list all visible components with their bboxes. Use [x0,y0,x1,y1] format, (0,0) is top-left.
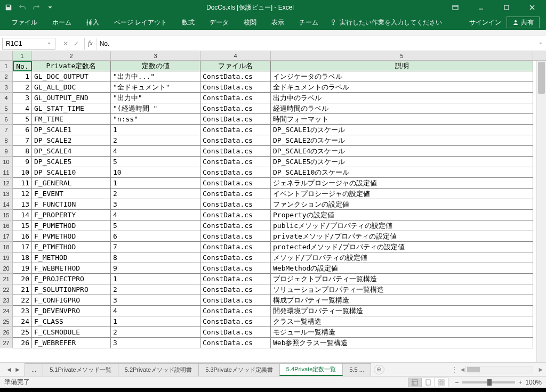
cell[interactable]: ソリューションプロパティ一覧構造 [271,284,533,295]
row-header[interactable]: 10 [0,157,13,167]
cell[interactable]: WebMethodの設定値 [271,263,533,274]
cell[interactable]: 10 [111,167,200,178]
cell[interactable]: publicメソッド/プロパティの設定値 [271,220,533,231]
cell[interactable]: ConstData.cs [200,189,271,199]
cell[interactable]: ConstData.cs [200,242,271,252]
cell[interactable]: クラス一覧構造 [271,316,533,327]
cell[interactable]: 1 [111,274,200,284]
cell[interactable]: 1 [111,316,200,327]
cell[interactable]: 5 [111,220,200,231]
cell[interactable]: ConstData.cs [200,199,271,210]
enter-icon[interactable]: ✓ [71,40,81,47]
cell[interactable]: 4 [111,210,200,220]
cell[interactable]: 3 [111,199,200,210]
cell[interactable]: 25 [13,327,32,338]
cell[interactable]: ConstData.cs [200,316,271,327]
cell[interactable]: 10 [13,167,32,178]
cell[interactable]: 6 [111,231,200,242]
cell[interactable]: 3 [111,295,200,306]
undo-icon[interactable] [16,1,29,14]
cell[interactable]: 13 [13,199,32,210]
row-header[interactable]: 14 [0,199,13,210]
cell[interactable]: protectedメソッド/プロパティの設定値 [271,242,533,252]
cell[interactable]: 8 [13,146,32,157]
cell[interactable]: 3 [13,93,32,103]
cell[interactable]: 1 [111,125,200,135]
cell[interactable]: "出力中..." [111,71,200,82]
row-header[interactable]: 13 [0,189,13,199]
tell-me-search[interactable]: 実行したい作業を入力してください [330,18,442,27]
zoom-out-button[interactable]: − [455,379,459,386]
cell[interactable]: DP_SCALE5 [32,157,111,167]
select-all-corner[interactable] [0,51,13,60]
cell[interactable]: GL_ALL_DOC [32,82,111,93]
row-header[interactable]: 18 [0,242,13,252]
cell[interactable]: ConstData.cs [200,327,271,338]
cell[interactable]: 16 [13,231,32,242]
scrollbar-thumb[interactable] [538,62,545,94]
cell[interactable]: F_WEBREFER [32,338,111,348]
cell[interactable]: DP_SCALE1 [32,125,111,135]
sheet-prev-icon[interactable]: ◄ [5,366,13,373]
cell[interactable]: ConstData.cs [200,338,271,348]
cell[interactable]: GL_DOC_OUTPUT [32,71,111,82]
formula-input[interactable]: No. [96,38,535,50]
minimize-icon[interactable] [469,0,493,15]
cell[interactable]: ConstData.cs [200,82,271,93]
cell[interactable]: 12 [13,189,32,199]
cell[interactable]: F_PVMETHOD [32,231,111,242]
cell[interactable]: 19 [13,263,32,274]
cell[interactable]: "n:ss" [111,114,200,125]
cell[interactable]: ConstData.cs [200,93,271,103]
row-header[interactable]: 5 [0,103,13,114]
cell[interactable]: DP_SCALE5のスケール [271,157,533,167]
cell[interactable]: ファンクションの設定値 [271,199,533,210]
row-header[interactable]: 15 [0,210,13,220]
column-header[interactable]: 5 [271,51,533,60]
ribbon-tab[interactable]: ページ レイアウト [107,15,174,30]
sheet-tab[interactable]: 5.1Privateメソッド一覧 [43,363,118,376]
row-header[interactable]: 8 [0,135,13,146]
row-header[interactable]: 4 [0,93,13,103]
sheet-tab[interactable]: 5.4Private定数一覧 [279,363,343,376]
close-icon[interactable] [520,0,544,15]
hscroll-right-icon[interactable]: ► [537,366,544,373]
cell[interactable]: ConstData.cs [200,220,271,231]
cell[interactable]: ConstData.cs [200,263,271,274]
cell[interactable]: F_WEBMETHOD [32,263,111,274]
cell[interactable]: 時間フォーマット [271,114,533,125]
row-header[interactable]: 26 [0,327,13,338]
share-button[interactable]: 共有 [507,17,540,28]
formula-expand-icon[interactable] [535,41,546,46]
cell[interactable]: F_PROPERTY [32,210,111,220]
cell[interactable]: 2 [111,135,200,146]
cell[interactable]: 開発環境プロパティ一覧構造 [271,306,533,316]
cell[interactable]: F_FUNCTION [32,199,111,210]
cell[interactable]: プロジェクトプロパティ一覧構造 [271,274,533,284]
row-header[interactable]: 19 [0,252,13,263]
column-header[interactable]: 1 [13,51,32,60]
cell[interactable]: F_DEVENVPRO [32,306,111,316]
cell[interactable]: 1 [13,71,32,82]
ribbon-tab[interactable]: 挿入 [79,15,107,30]
cell[interactable]: 21 [13,284,32,295]
name-box[interactable]: R1C1 [2,38,55,50]
cell[interactable]: 出力中のラベル [271,93,533,103]
cell[interactable]: F_SOLUTIONPRO [32,284,111,295]
cell[interactable]: 8 [111,252,200,263]
row-header[interactable]: 21 [0,274,13,284]
row-header[interactable]: 16 [0,220,13,231]
zoom-thumb[interactable] [487,379,492,386]
cell[interactable]: 14 [13,210,32,220]
cell[interactable]: 3 [111,338,200,348]
zoom-slider[interactable] [462,381,515,383]
cell[interactable]: 構成プロパティ一覧構造 [271,295,533,306]
cell[interactable]: 22 [13,295,32,306]
row-header[interactable]: 20 [0,263,13,274]
cell[interactable]: 18 [13,252,32,263]
ribbon-tab[interactable]: チーム [292,15,326,30]
cell[interactable]: F_PROJECTPRO [32,274,111,284]
cell[interactable]: DP_SCALE10のスケール [271,167,533,178]
cell[interactable]: メソッド/プロパティの設定値 [271,252,533,263]
row-header[interactable]: 24 [0,306,13,316]
